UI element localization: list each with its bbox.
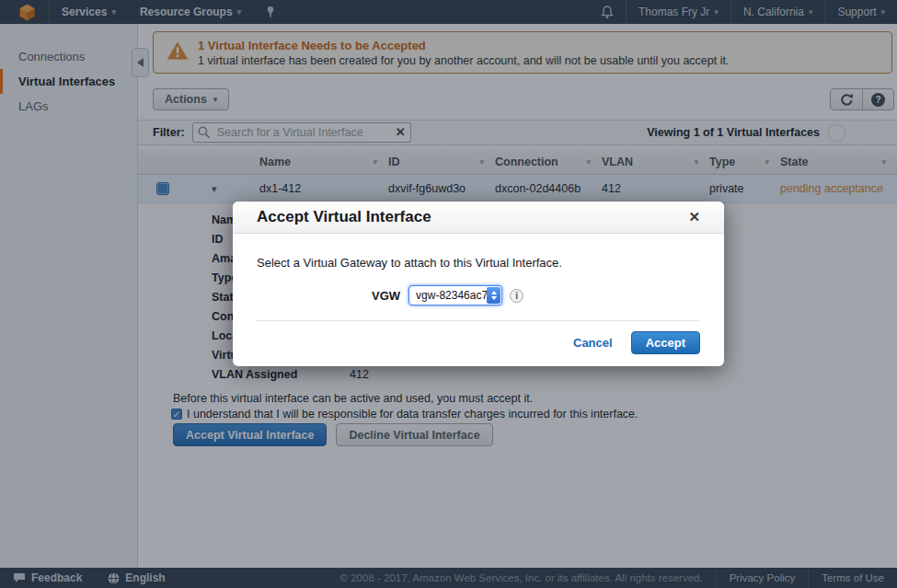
- accept-virtual-interface-modal: Accept Virtual Interface ✕ Select a Virt…: [233, 202, 724, 366]
- vgw-selected-value: vgw-82346ac7: [416, 289, 488, 302]
- select-stepper-icon: [487, 287, 500, 304]
- vgw-select[interactable]: vgw-82346ac7: [408, 285, 502, 306]
- cancel-button[interactable]: Cancel: [573, 336, 613, 350]
- modal-instruction: Select a Virtual Gateway to attach to th…: [257, 256, 700, 270]
- stepper-down-icon: [491, 296, 497, 300]
- aws-console-screen: Services ▾ Resource Groups ▾: [0, 0, 897, 588]
- modal-body: Select a Virtual Gateway to attach to th…: [233, 234, 724, 321]
- close-icon[interactable]: ✕: [688, 209, 700, 225]
- vgw-label: VGW: [372, 289, 400, 303]
- info-icon[interactable]: i: [510, 289, 523, 303]
- modal-footer: Cancel Accept: [233, 321, 724, 366]
- modal-title: Accept Virtual Interface: [257, 208, 431, 226]
- vgw-form-row: VGW vgw-82346ac7 i: [372, 285, 700, 306]
- stepper-up-icon: [491, 291, 497, 294]
- modal-accept-button[interactable]: Accept: [631, 331, 700, 354]
- modal-header: Accept Virtual Interface ✕: [233, 202, 724, 234]
